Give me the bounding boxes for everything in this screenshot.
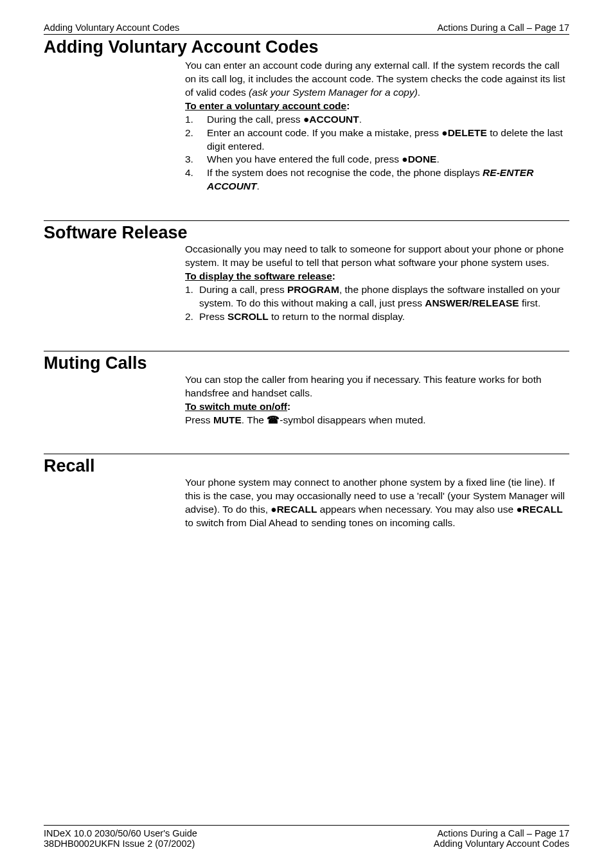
footer-left-2: 38DHB0002UKFN Issue 2 (07/2002) <box>44 838 195 849</box>
body-muting-calls: You can stop the caller from hearing you… <box>185 373 569 427</box>
step-4: 4. If the system does not recognise the … <box>185 166 569 193</box>
footer-left-1: INDeX 10.0 2030/50/60 User's Guide <box>44 828 197 838</box>
intro-c: . <box>418 87 420 98</box>
subhead-account: To enter a voluntary account code <box>185 100 346 111</box>
sw-num-2: 2. <box>185 310 199 324</box>
sw-step-2: 2. Press SCROLL to return to the normal … <box>185 310 569 324</box>
steps-software: 1. During a call, press PROGRAM, the pho… <box>185 283 569 324</box>
phone-icon: ☎ <box>267 414 280 425</box>
step-3-text: When you have entered the full code, pre… <box>207 153 440 166</box>
section-software-release: Software Release Occasionally you may ne… <box>44 222 569 324</box>
intro-muting: You can stop the caller from hearing you… <box>185 373 569 400</box>
body-recall: Your phone system may connect to another… <box>185 476 569 530</box>
step-4-text: If the system does not recognise the cod… <box>207 166 569 193</box>
rule-recall <box>44 454 569 454</box>
recall-paragraph: Your phone system may connect to another… <box>185 476 569 530</box>
page-footer: INDeX 10.0 2030/50/60 User's Guide Actio… <box>44 825 569 849</box>
intro-b: (ask your System Manager for a copy) <box>249 87 418 98</box>
sw-step-1-text: During a call, press PROGRAM, the phone … <box>199 283 569 310</box>
header-left: Adding Voluntary Account Codes <box>44 22 179 33</box>
rule-muting <box>44 351 569 351</box>
sw-step-1: 1. During a call, press PROGRAM, the pho… <box>185 283 569 310</box>
step-1-text: During the call, press ●ACCOUNT. <box>207 113 362 127</box>
steps-account: 1. During the call, press ●ACCOUNT. 2. E… <box>185 113 569 194</box>
step-3: 3. When you have entered the full code, … <box>185 153 569 166</box>
colon-muting: : <box>287 401 290 412</box>
sw-num-1: 1. <box>185 283 199 310</box>
colon: : <box>346 100 350 111</box>
colon-software: : <box>332 270 335 281</box>
num-1: 1. <box>185 113 207 127</box>
footer-right-1: Actions During a Call – Page 17 <box>437 828 569 838</box>
sw-step-2-text: Press SCROLL to return to the normal dis… <box>199 310 405 324</box>
title-software-release: Software Release <box>44 222 569 243</box>
page-header: Adding Voluntary Account Codes Actions D… <box>44 22 569 35</box>
section-account-codes: Adding Voluntary Account Codes You can e… <box>44 37 569 193</box>
num-2: 2. <box>185 127 207 154</box>
step-2: 2. Enter an account code. If you make a … <box>185 127 569 154</box>
subhead-row-software: To display the software release: <box>185 270 569 283</box>
subhead-muting: To switch mute on/off <box>185 401 287 412</box>
subhead-software: To display the software release <box>185 270 332 281</box>
step-1: 1. During the call, press ●ACCOUNT. <box>185 113 569 127</box>
section-muting-calls: Muting Calls You can stop the caller fro… <box>44 352 569 427</box>
page: Adding Voluntary Account Codes Actions D… <box>0 0 613 868</box>
header-right: Actions During a Call – Page 17 <box>437 22 569 33</box>
title-recall: Recall <box>44 455 569 476</box>
subhead-row-account: To enter a voluntary account code: <box>185 100 569 113</box>
footer-right-2: Adding Voluntary Account Codes <box>434 838 569 849</box>
intro-account-codes: You can enter an account code during any… <box>185 59 569 100</box>
step-2-text: Enter an account code. If you make a mis… <box>207 127 569 154</box>
subhead-row-muting: To switch mute on/off: <box>185 400 569 414</box>
footer-row-1: INDeX 10.0 2030/50/60 User's Guide Actio… <box>44 828 569 838</box>
mute-line: Press MUTE. The ☎-symbol disappears when… <box>185 414 569 427</box>
footer-row-2: 38DHB0002UKFN Issue 2 (07/2002) Adding V… <box>44 838 569 849</box>
rule-software <box>44 220 569 221</box>
title-muting-calls: Muting Calls <box>44 352 569 373</box>
body-software-release: Occasionally you may need to talk to som… <box>185 243 569 324</box>
intro-software: Occasionally you may need to talk to som… <box>185 243 569 270</box>
section-recall: Recall Your phone system may connect to … <box>44 455 569 530</box>
num-3: 3. <box>185 153 207 166</box>
num-4: 4. <box>185 166 207 193</box>
body-account-codes: You can enter an account code during any… <box>185 59 569 193</box>
title-account-codes: Adding Voluntary Account Codes <box>44 37 569 57</box>
